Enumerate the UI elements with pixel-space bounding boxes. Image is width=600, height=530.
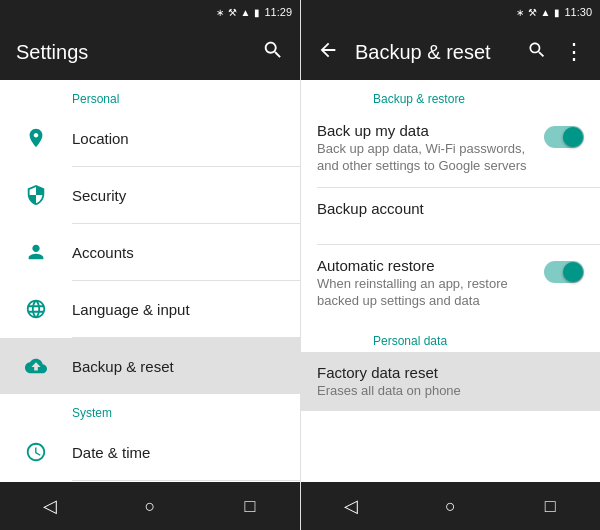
settings-item-accessibility[interactable]: Accessibility [0,481,300,482]
right-content: Backup & restore Back up my data Back up… [301,80,600,482]
location-title: Location [72,130,284,147]
factory-reset-title: Factory data reset [317,364,584,381]
left-status-bar: ∗ ⚒ ▲ ▮ 11:29 [0,0,300,24]
bluetooth-icon: ∗ [216,7,224,18]
settings-item-security[interactable]: Security [0,167,300,223]
right-app-bar: Backup & reset ⋮ [301,24,600,80]
alarm-icon: ⚒ [228,7,237,18]
right-item-backup-account[interactable]: Backup account [301,188,600,244]
settings-item-location[interactable]: Location [0,110,300,166]
auto-restore-toggle[interactable] [544,261,584,283]
settings-item-accounts[interactable]: Accounts [0,224,300,280]
right-app-bar-title: Backup & reset [355,41,511,64]
right-back-nav-button[interactable]: ◁ [327,482,375,530]
auto-restore-title: Automatic restore [317,257,536,274]
datetime-title: Date & time [72,444,284,461]
left-content: Personal Location Security [0,80,300,482]
factory-reset-subtitle: Erases all data on phone [317,383,584,400]
right-battery-icon: ▮ [554,7,560,18]
right-bluetooth-icon: ∗ [516,7,524,18]
backup-icon [16,346,56,386]
left-status-icons: ∗ ⚒ ▲ ▮ 11:29 [216,6,292,18]
left-search-icon[interactable] [262,39,284,66]
left-recents-button[interactable]: □ [226,482,274,530]
right-item-factory-reset[interactable]: Factory data reset Erases all data on ph… [301,352,600,412]
right-alarm-icon: ⚒ [528,7,537,18]
settings-item-language[interactable]: Language & input [0,281,300,337]
right-panel: ∗ ⚒ ▲ ▮ 11:30 Backup & reset ⋮ Backup & … [300,0,600,530]
security-icon [16,175,56,215]
right-time: 11:30 [564,6,592,18]
datetime-icon [16,432,56,472]
auto-restore-toggle-knob [563,262,583,282]
backup-data-toggle[interactable] [544,126,584,148]
right-nav-bar: ◁ ○ □ [301,482,600,530]
right-status-bar: ∗ ⚒ ▲ ▮ 11:30 [301,0,600,24]
backup-data-toggle-knob [563,127,583,147]
location-icon [16,118,56,158]
right-item-backup-data[interactable]: Back up my data Back up app data, Wi-Fi … [301,110,600,187]
wifi-icon: ▲ [241,7,251,18]
backup-restore-section-label: Backup & restore [301,80,600,110]
left-panel: ∗ ⚒ ▲ ▮ 11:29 Settings Personal Location [0,0,300,530]
left-app-bar: Settings [0,24,300,80]
personal-data-section-label: Personal data [301,322,600,352]
left-nav-bar: ◁ ○ □ [0,482,300,530]
backup-account-title: Backup account [317,200,584,217]
right-more-icon[interactable]: ⋮ [563,39,584,65]
system-section-label: System [0,394,300,424]
settings-item-backup[interactable]: Backup & reset [0,338,300,394]
backup-data-subtitle: Back up app data, Wi-Fi passwords, and o… [317,141,536,175]
accounts-icon [16,232,56,272]
left-time: 11:29 [264,6,292,18]
backup-title: Backup & reset [72,358,284,375]
right-recents-button[interactable]: □ [526,482,574,530]
left-home-button[interactable]: ○ [126,482,174,530]
language-title: Language & input [72,301,284,318]
security-title: Security [72,187,284,204]
battery-icon: ▮ [254,7,260,18]
language-icon [16,289,56,329]
right-status-icons: ∗ ⚒ ▲ ▮ 11:30 [516,6,592,18]
left-app-bar-title: Settings [16,41,246,64]
auto-restore-subtitle: When reinstalling an app, restore backed… [317,276,536,310]
left-back-button[interactable]: ◁ [26,482,74,530]
backup-data-title: Back up my data [317,122,536,139]
right-wifi-icon: ▲ [541,7,551,18]
personal-section-label: Personal [0,80,300,110]
right-home-button[interactable]: ○ [426,482,474,530]
accounts-title: Accounts [72,244,284,261]
right-item-auto-restore[interactable]: Automatic restore When reinstalling an a… [301,245,600,322]
settings-item-datetime[interactable]: Date & time [0,424,300,480]
right-back-icon[interactable] [317,39,339,66]
right-search-icon[interactable] [527,40,547,65]
